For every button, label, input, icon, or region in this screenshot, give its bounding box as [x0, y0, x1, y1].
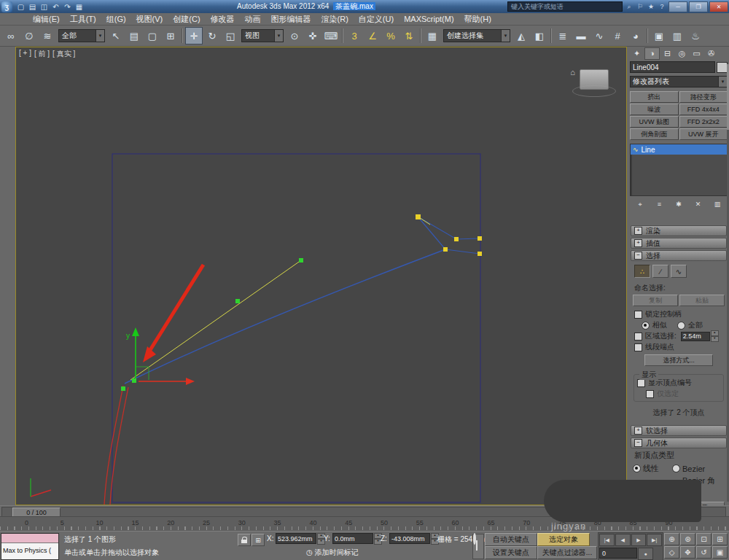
- modifier-button[interactable]: FFD 4x4x4: [679, 104, 728, 115]
- vertex-subobject-icon[interactable]: ∴: [634, 265, 650, 278]
- use-pivot-center-icon[interactable]: ⊙: [286, 27, 303, 44]
- angle-snap-icon[interactable]: ∠: [364, 27, 381, 44]
- help-icon[interactable]: ?: [657, 2, 667, 12]
- key-mode-toggle-icon[interactable]: ●: [638, 548, 653, 560]
- maximize-viewport-toggle-icon[interactable]: ▣: [712, 546, 728, 559]
- window-crossing-toggle-icon[interactable]: ⊞: [162, 27, 179, 44]
- set-key-big-button[interactable]: [472, 534, 484, 559]
- modifier-button[interactable]: FFD 2x2x2: [679, 116, 728, 128]
- previous-frame-icon[interactable]: ◀: [615, 534, 631, 546]
- select-and-scale-icon[interactable]: ◱: [222, 27, 239, 44]
- z-coordinate-field[interactable]: -43.008mm ▲▼: [389, 534, 439, 543]
- menu-item-2[interactable]: 组(G): [101, 13, 131, 26]
- paste-button[interactable]: 粘贴: [679, 295, 725, 306]
- tab-utilities[interactable]: ✇: [704, 48, 718, 59]
- open-file-icon[interactable]: ▤: [27, 1, 38, 12]
- maxscript-mini-listener[interactable]: Max to Physics (: [1, 533, 59, 560]
- menu-item-9[interactable]: 自定义(U): [354, 13, 399, 26]
- pan-icon[interactable]: ✥: [680, 546, 695, 559]
- search-input[interactable]: 键入关键字或短语: [507, 1, 623, 12]
- orbit-icon[interactable]: ↺: [696, 546, 712, 559]
- spinner-snap-icon[interactable]: ⇅: [400, 27, 418, 44]
- edit-named-selections-icon[interactable]: ▦: [424, 27, 441, 44]
- select-and-manipulate-icon[interactable]: ✜: [304, 27, 321, 44]
- maximize-button[interactable]: ❐: [689, 1, 708, 12]
- schematic-view-icon[interactable]: #: [609, 27, 626, 44]
- search-icon[interactable]: ⌕: [624, 2, 634, 12]
- current-frame-field[interactable]: 0: [599, 548, 637, 559]
- menu-item-10[interactable]: MAXScript(M): [399, 14, 459, 24]
- selection-lock-toggle[interactable]: [238, 534, 251, 546]
- minimize-button[interactable]: ─: [668, 1, 687, 12]
- modifier-button[interactable]: 挤出: [630, 91, 679, 103]
- area-selection-spinner[interactable]: 2.54m ▲▼: [681, 330, 719, 342]
- viewport-shading-menu[interactable]: [ 真实 ]: [52, 49, 75, 59]
- bezier-radio[interactable]: [672, 464, 680, 472]
- select-and-link-icon[interactable]: ∞: [2, 27, 20, 44]
- select-and-move-icon[interactable]: ✛: [185, 27, 203, 44]
- modifier-button[interactable]: UVW 贴图: [630, 116, 679, 128]
- tab-hierarchy[interactable]: ⊟: [660, 48, 674, 59]
- set-key-button[interactable]: 设置关键点: [485, 546, 537, 559]
- menu-item-6[interactable]: 动画: [240, 13, 266, 26]
- tab-motion[interactable]: ◎: [675, 48, 689, 59]
- key-filters-button[interactable]: 关键点过滤器...: [537, 546, 597, 559]
- communication-icon[interactable]: ⚐: [635, 2, 645, 12]
- stack-item-line[interactable]: ∿ Line: [631, 144, 727, 155]
- tab-create[interactable]: ✦: [630, 48, 644, 59]
- percent-snap-icon[interactable]: %: [382, 27, 399, 44]
- all-radio[interactable]: [677, 322, 685, 330]
- copy-button[interactable]: 复制: [633, 295, 678, 306]
- show-vertex-numbers-checkbox[interactable]: [637, 379, 645, 387]
- viewport-pov-menu[interactable]: [ 前 ]: [34, 49, 50, 59]
- viewcube[interactable]: [580, 69, 609, 90]
- close-button[interactable]: ✕: [709, 1, 728, 12]
- viewport-general-menu[interactable]: [ + ]: [19, 49, 31, 59]
- rollout-geometry[interactable]: − 几何体: [631, 438, 727, 448]
- menu-item-1[interactable]: 工具(T): [65, 13, 101, 26]
- modifier-stack[interactable]: ∿ Line: [630, 144, 728, 196]
- modifier-button[interactable]: UVW 展开: [679, 128, 728, 140]
- object-color-swatch[interactable]: [717, 62, 728, 73]
- layer-manager-icon[interactable]: ≣: [554, 27, 572, 44]
- modifier-button[interactable]: 噪波: [630, 104, 679, 115]
- object-name-field[interactable]: Line004: [630, 61, 715, 73]
- menu-item-7[interactable]: 图形编辑器: [266, 13, 316, 26]
- mirror-icon[interactable]: ◭: [512, 27, 530, 44]
- menu-item-5[interactable]: 修改器: [206, 13, 240, 26]
- menu-item-3[interactable]: 视图(V): [131, 13, 168, 26]
- redo-icon[interactable]: ↷: [62, 1, 73, 12]
- save-file-icon[interactable]: ◫: [39, 1, 50, 12]
- auto-key-button[interactable]: 自动关键点: [485, 533, 537, 546]
- show-end-result-icon[interactable]: ≡: [654, 200, 666, 209]
- tab-display[interactable]: ▭: [690, 48, 703, 59]
- snap-toggle-3d-icon[interactable]: 3: [346, 27, 363, 44]
- project-folder-icon[interactable]: ▦: [74, 1, 85, 12]
- zoom-extents-all-icon[interactable]: ⊞: [712, 533, 728, 545]
- keyboard-override-icon[interactable]: ⌨: [322, 27, 340, 44]
- listener-script-line[interactable]: Max to Physics (: [1, 543, 58, 559]
- modifier-list-dropdown[interactable]: 修改器列表 ▼: [630, 76, 728, 88]
- alike-radio[interactable]: [642, 322, 650, 330]
- align-icon[interactable]: ◧: [531, 27, 548, 44]
- selected-only-checkbox[interactable]: [646, 390, 654, 398]
- zoom-icon[interactable]: ⊕: [664, 533, 679, 545]
- material-editor-icon[interactable]: ◕: [627, 27, 644, 44]
- rendered-frame-window-icon[interactable]: ▥: [668, 27, 686, 44]
- rollout-selection[interactable]: − 选择: [631, 250, 727, 261]
- selection-filter-dropdown[interactable]: 全部▼: [58, 29, 105, 42]
- remove-modifier-icon[interactable]: ✕: [693, 200, 704, 209]
- y-coordinate-field[interactable]: 0.0mm ▲▼: [332, 534, 382, 543]
- play-icon[interactable]: ▶: [631, 534, 647, 546]
- select-object-icon[interactable]: ↖: [107, 27, 125, 44]
- bind-to-spacewarp-icon[interactable]: ≋: [39, 27, 56, 44]
- pin-stack-icon[interactable]: ⌖: [634, 200, 646, 209]
- linear-radio[interactable]: [633, 464, 641, 472]
- menu-item-8[interactable]: 渲染(R): [316, 13, 354, 26]
- modifier-button[interactable]: 倒角剖面: [630, 128, 679, 140]
- configure-modifier-sets-icon[interactable]: ▥: [712, 200, 723, 209]
- render-setup-icon[interactable]: ▣: [650, 27, 668, 44]
- reference-coordinate-dropdown[interactable]: 视图▼: [241, 29, 284, 42]
- menu-item-11[interactable]: 帮助(H): [459, 13, 496, 26]
- tab-modify[interactable]: ◑: [644, 47, 660, 60]
